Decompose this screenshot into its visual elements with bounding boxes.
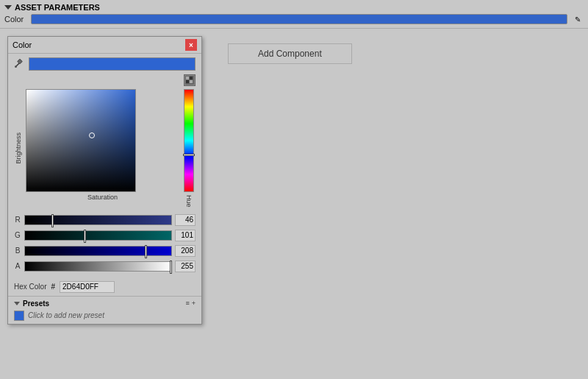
add-component-button[interactable]: Add Component — [228, 43, 352, 64]
hdr-row — [8, 74, 201, 88]
presets-title: Presets — [23, 300, 49, 308]
presets-header: Presets ≡ + — [14, 300, 196, 308]
g-track — [25, 231, 171, 240]
collapse-icon[interactable] — [4, 5, 12, 10]
hex-row: Hex Color # — [8, 278, 201, 296]
g-slider-row: G — [14, 229, 196, 242]
presets-add-button[interactable]: + — [192, 300, 196, 307]
brightness-label: Brightness — [15, 89, 22, 208]
svg-rect-4 — [186, 77, 189, 79]
color-bar[interactable] — [31, 14, 567, 24]
a-value-input[interactable] — [175, 261, 196, 272]
b-slider-row: B — [14, 244, 196, 258]
asset-params-bar: ASSET PARAMETERS Color ✎ — [0, 0, 588, 29]
sv-hue-container: Brightness Saturation Hue — [8, 88, 201, 210]
color-picker-title: Color — [12, 40, 32, 49]
a-slider-row: A — [14, 260, 196, 273]
hue-cursor — [183, 154, 195, 156]
close-button[interactable]: × — [185, 39, 197, 51]
b-label: B — [14, 247, 21, 255]
r-value-input[interactable] — [175, 214, 196, 226]
svg-point-2 — [15, 65, 17, 68]
r-slider[interactable] — [24, 215, 172, 225]
presets-title-row: Presets — [14, 300, 49, 308]
r-label: R — [14, 216, 21, 224]
svg-rect-7 — [190, 80, 193, 83]
hex-label: Hex Color — [14, 283, 46, 291]
svg-rect-1 — [17, 59, 22, 64]
a-label: A — [14, 262, 21, 270]
brightness-label-wrapper: Brightness — [14, 89, 23, 208]
presets-section: Presets ≡ + Click to add new preset — [8, 296, 201, 324]
r-track — [25, 216, 171, 224]
presets-menu-button[interactable]: ≡ — [185, 300, 189, 307]
edit-icon-button[interactable]: ✎ — [572, 13, 584, 25]
hue-label: Hue — [185, 195, 193, 208]
b-slider[interactable] — [24, 246, 172, 256]
main-area: Color × — [0, 29, 588, 369]
presets-icons: ≡ + — [185, 300, 196, 307]
svg-rect-5 — [190, 77, 193, 79]
hue-bar-wrapper: Hue — [182, 89, 196, 208]
hex-hash: # — [51, 283, 55, 291]
picker-top-row — [8, 54, 201, 74]
b-track — [25, 247, 171, 255]
g-slider[interactable] — [24, 230, 172, 241]
saturation-label: Saturation — [26, 194, 179, 201]
asset-params-heading: ASSET PARAMETERS — [15, 3, 100, 12]
g-value-input[interactable] — [175, 230, 196, 241]
add-preset-label: Click to add new preset — [28, 311, 104, 319]
a-slider[interactable] — [24, 261, 172, 272]
g-label: G — [14, 231, 21, 239]
eyedropper-button[interactable] — [14, 58, 24, 71]
add-preset-row[interactable]: Click to add new preset — [14, 311, 196, 321]
svg-rect-6 — [186, 80, 189, 83]
preset-swatch — [14, 311, 24, 321]
color-preview-bar — [29, 57, 196, 71]
right-area: Add Component — [213, 29, 367, 369]
hue-bar[interactable] — [184, 89, 194, 192]
rgba-section: R G B — [8, 210, 201, 278]
sv-square-wrapper: Saturation — [26, 89, 179, 208]
hex-input[interactable] — [60, 281, 115, 293]
hdr-icon[interactable] — [184, 74, 196, 86]
asset-params-row: Color ✎ — [4, 13, 584, 25]
color-picker-header: Color × — [8, 37, 201, 54]
sv-gradient-dark — [26, 90, 135, 191]
color-label: Color — [4, 15, 26, 24]
b-value-input[interactable] — [175, 245, 196, 257]
r-slider-row: R — [14, 213, 196, 227]
presets-collapse-icon[interactable] — [14, 302, 20, 305]
color-picker-panel: Color × — [7, 36, 202, 325]
a-track — [25, 262, 171, 271]
asset-params-title: ASSET PARAMETERS — [4, 3, 584, 12]
sv-square[interactable] — [26, 89, 136, 192]
